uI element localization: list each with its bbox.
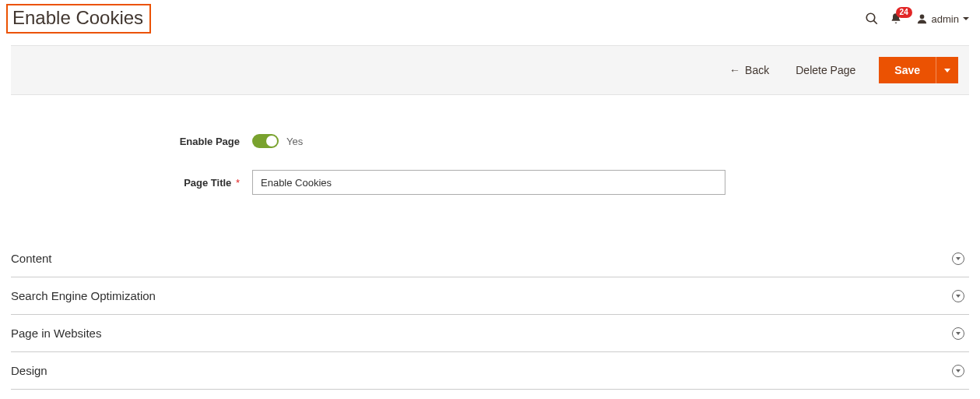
action-bar: ← Back Delete Page Save: [11, 45, 969, 95]
form-area: Enable Page Yes Page Title *: [0, 95, 980, 240]
section-page-in-websites[interactable]: Page in Websites: [11, 315, 969, 352]
notifications-badge: 24: [896, 7, 912, 18]
svg-point-2: [919, 14, 924, 19]
page-title-input[interactable]: [252, 170, 725, 195]
enable-page-toggle[interactable]: [252, 134, 279, 148]
section-custom-design-update[interactable]: Custom Design Update: [11, 390, 969, 399]
save-group: Save: [879, 57, 958, 83]
section-content[interactable]: Content: [11, 240, 969, 277]
required-mark: *: [233, 177, 240, 189]
toggle-knob: [266, 136, 277, 147]
section-title: Content: [11, 252, 52, 265]
caret-down-icon: [963, 17, 969, 20]
chevron-down-icon: [952, 327, 964, 340]
enable-page-label: Enable Page: [11, 136, 252, 147]
svg-point-0: [866, 13, 875, 22]
enable-page-field: Yes: [252, 134, 303, 148]
save-dropdown-button[interactable]: [936, 57, 958, 83]
page-title-label: Page Title *: [11, 177, 252, 189]
arrow-left-icon: ←: [729, 65, 740, 76]
section-seo[interactable]: Search Engine Optimization: [11, 277, 969, 315]
chevron-down-icon: [952, 365, 964, 377]
user-menu[interactable]: admin: [916, 13, 969, 25]
section-title: Search Engine Optimization: [11, 289, 156, 302]
delete-label: Delete Page: [796, 64, 855, 76]
top-icons: 24 admin: [865, 12, 969, 26]
enable-page-value: Yes: [286, 136, 303, 147]
user-name: admin: [932, 13, 959, 25]
page-title-row: Page Title *: [11, 170, 969, 195]
sections: Content Search Engine Optimization Page …: [0, 240, 980, 399]
back-label: Back: [745, 64, 769, 76]
enable-page-row: Enable Page Yes: [11, 134, 969, 148]
section-design[interactable]: Design: [11, 352, 969, 390]
notifications-icon[interactable]: 24: [890, 12, 902, 26]
svg-line-1: [873, 20, 876, 23]
caret-down-icon: [944, 69, 950, 72]
back-button[interactable]: ← Back: [718, 58, 780, 83]
search-icon[interactable]: [865, 12, 879, 26]
delete-page-button[interactable]: Delete Page: [785, 58, 866, 83]
chevron-down-icon: [952, 290, 964, 302]
section-title: Design: [11, 364, 47, 377]
page-title: Enable Cookies: [6, 4, 151, 34]
save-button[interactable]: Save: [879, 57, 936, 83]
top-bar: Enable Cookies 24 admin: [0, 0, 980, 37]
chevron-down-icon: [952, 252, 964, 265]
section-title: Page in Websites: [11, 327, 101, 340]
